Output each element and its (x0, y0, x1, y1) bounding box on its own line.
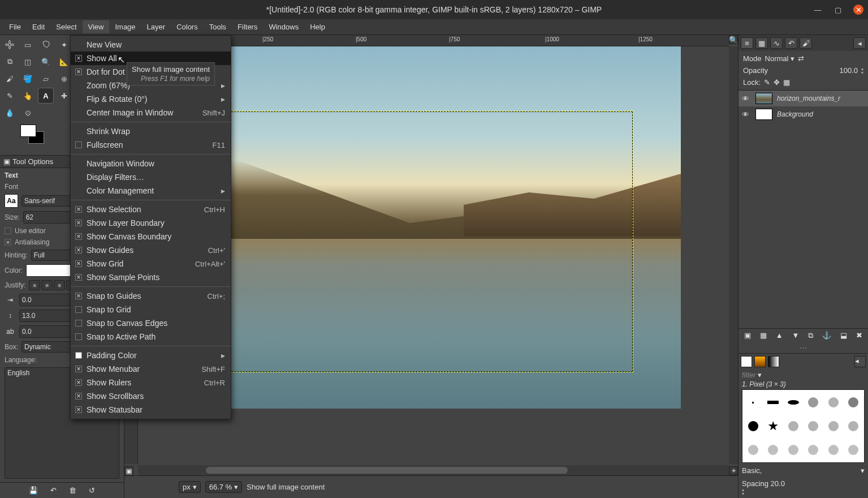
menu-shrink-wrap[interactable]: Shrink Wrap (71, 124, 231, 138)
opacity-spinner-icon[interactable]: ▴▾ (861, 67, 863, 75)
heal-tool-icon[interactable]: ✚ (57, 88, 71, 103)
bucket-fill-tool-icon[interactable]: 🪣 (20, 71, 35, 86)
raise-layer-icon[interactable]: ▲ (776, 331, 783, 340)
menu-image[interactable]: Image (109, 20, 141, 33)
menu-colors[interactable]: Colors (171, 20, 204, 33)
channels-tab-icon[interactable]: ▦ (755, 37, 768, 49)
menu-file[interactable]: File (3, 20, 27, 33)
undo-tab-icon[interactable]: ↶ (785, 37, 797, 49)
delete-layer-icon[interactable]: ✖ (856, 331, 862, 340)
brush-item[interactable] (824, 391, 843, 414)
menu-show-sample-points[interactable]: Show Sample Points (71, 271, 231, 284)
lock-position-icon[interactable]: ✥ (774, 78, 780, 87)
menu-show-guides[interactable]: Show GuidesCtrl+' (71, 243, 231, 257)
justify-center-icon[interactable]: ≡ (41, 280, 53, 290)
path-tool-icon[interactable]: ✎ (2, 88, 17, 103)
layer-row[interactable]: 👁 horizon_mountains_r (739, 91, 868, 106)
restore-preset-icon[interactable]: ↶ (50, 486, 57, 495)
menu-display-filters[interactable]: Display Filters… (71, 170, 231, 184)
gradients-tab-icon[interactable] (768, 356, 779, 367)
layers-tab-icon[interactable]: ≡ (741, 37, 753, 49)
zoom-tool-icon[interactable]: 🔍 (38, 54, 53, 69)
brush-item[interactable] (804, 439, 823, 461)
brush-item[interactable] (784, 391, 803, 414)
brush-item[interactable] (844, 439, 863, 461)
use-editor-checkbox[interactable] (5, 227, 11, 234)
layer-name[interactable]: horizon_mountains_r (777, 95, 840, 102)
brush-item[interactable] (764, 415, 783, 437)
brush-item[interactable] (824, 415, 843, 437)
brush-item[interactable] (804, 391, 823, 414)
reset-preset-icon[interactable]: ↺ (89, 486, 95, 495)
brush-item[interactable] (824, 439, 843, 461)
merge-layer-icon[interactable]: ⬓ (840, 331, 847, 340)
menu-new-view[interactable]: New View (71, 38, 231, 51)
menu-help[interactable]: Help (304, 20, 331, 33)
menu-padding-color[interactable]: Padding Color▸ (71, 349, 231, 362)
menu-navigation-window[interactable]: Navigation Window (71, 157, 231, 170)
menu-layer[interactable]: Layer (141, 20, 171, 33)
brush-item[interactable] (744, 439, 763, 461)
justify-left-icon[interactable]: ≡ (29, 280, 40, 290)
brush-item[interactable] (844, 415, 863, 437)
lock-pixels-icon[interactable]: ✎ (764, 78, 770, 87)
new-layer-icon[interactable]: ▣ (744, 331, 751, 340)
zoom-corner-icon[interactable]: 🔍 (729, 35, 738, 44)
dodge-tool-icon[interactable]: 💧 (2, 105, 17, 120)
new-group-icon[interactable]: ▦ (760, 331, 767, 340)
brush-item[interactable] (844, 391, 863, 414)
menu-filters[interactable]: Filters (232, 20, 263, 33)
free-select-tool-icon[interactable] (38, 37, 53, 52)
menu-select[interactable]: Select (50, 20, 82, 33)
menu-show-rulers[interactable]: Show RulersCtrl+R (71, 376, 231, 389)
menu-snap-grid[interactable]: Snap to Grid (71, 303, 231, 316)
menu-tools[interactable]: Tools (204, 20, 232, 33)
menu-flip-rotate[interactable]: Flip & Rotate (0°)▸ (71, 92, 231, 106)
mode-dropdown[interactable]: Normal ▾ (765, 54, 795, 63)
lock-alpha-icon[interactable]: ▦ (783, 78, 790, 87)
text-tool-icon[interactable]: A (38, 88, 53, 103)
crop-tool-icon[interactable]: ⧉ (2, 54, 17, 69)
justify-right-icon[interactable]: ≡ (54, 280, 65, 290)
smudge-tool-icon[interactable]: 👆 (20, 88, 35, 103)
brush-item[interactable] (764, 391, 783, 414)
color-picker-tool-icon[interactable]: ⊙ (20, 105, 35, 120)
save-preset-icon[interactable]: 💾 (29, 486, 38, 495)
dock-handle-icon[interactable]: ⋯ (739, 342, 868, 353)
brush-item[interactable] (784, 415, 803, 437)
menu-show-layer-boundary[interactable]: Show Layer Boundary (71, 216, 231, 230)
visibility-eye-icon[interactable]: 👁 (742, 95, 751, 103)
close-icon[interactable]: ✕ (853, 5, 863, 15)
visibility-eye-icon[interactable]: 👁 (742, 110, 751, 119)
menu-snap-guides[interactable]: Snap to GuidesCtrl+; (71, 289, 231, 303)
opacity-value[interactable]: 100.0 (839, 66, 858, 75)
zoom-dropdown[interactable]: 66.7 % ▾ (205, 481, 242, 493)
layer-name[interactable]: Background (777, 110, 813, 118)
tool-options-tab-icon[interactable]: ▣ (3, 157, 10, 166)
duplicate-layer-icon[interactable]: ⧉ (808, 331, 813, 340)
menu-view[interactable]: View (83, 20, 110, 33)
menu-show-selection[interactable]: Show SelectionCtrl+H (71, 203, 231, 216)
menu-show-canvas-boundary[interactable]: Show Canvas Boundary (71, 230, 231, 243)
measure-tool-icon[interactable]: 📐 (57, 54, 71, 69)
maximize-icon[interactable]: ▢ (833, 5, 843, 15)
brush-item[interactable] (764, 439, 783, 461)
layer-thumbnail[interactable] (755, 109, 772, 120)
spacing-value[interactable]: 20.0 (771, 479, 785, 488)
menu-color-management[interactable]: Color Management▸ (71, 184, 231, 198)
brush-filter-input[interactable]: filter (742, 371, 756, 379)
patterns-tab-icon[interactable] (754, 356, 766, 367)
font-preview-icon[interactable]: Aa (5, 194, 18, 208)
chevron-down-icon[interactable]: ▾ (758, 371, 762, 379)
scrollbar-horizontal[interactable] (138, 465, 729, 475)
fg-bg-color[interactable] (20, 124, 50, 152)
menu-show-scrollbars[interactable]: Show Scrollbars (71, 389, 231, 403)
brush-grid[interactable] (742, 389, 865, 463)
brush-preset-dropdown[interactable]: Basic,▾ (742, 466, 762, 475)
delete-preset-icon[interactable]: 🗑 (69, 486, 76, 495)
fuzzy-select-tool-icon[interactable]: ✦ (57, 37, 71, 52)
lower-layer-icon[interactable]: ▼ (792, 331, 800, 340)
quickmask-icon[interactable]: ▣ (124, 466, 133, 475)
brush-tab-icon[interactable]: 🖌 (800, 37, 812, 49)
scroll-thumb[interactable] (206, 467, 568, 474)
